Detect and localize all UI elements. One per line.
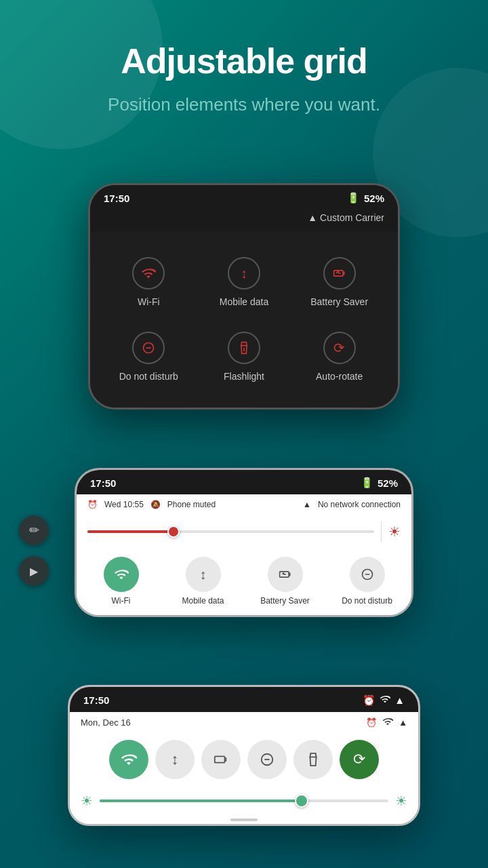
- play-button[interactable]: ▶: [19, 556, 49, 586]
- brightness-track-3[interactable]: [100, 800, 388, 802]
- p2-dnd-icon: [350, 557, 385, 592]
- alarm-icon-3b: ⏰: [366, 717, 377, 728]
- brightness-thumb-3[interactable]: [295, 794, 308, 808]
- p3-autorotate-icon: ⟳: [340, 740, 379, 779]
- p3-wifi-icon: [109, 740, 148, 779]
- quick-tiles-2: Wi-Fi ↕ Mobile data Battery Saver: [77, 549, 411, 615]
- status-bar-3: 17:50 ⏰ ▲: [70, 687, 418, 712]
- p3-mobile-icon: ↕: [155, 740, 195, 779]
- wifi-status-3: [382, 716, 393, 729]
- p2-dnd-label: Do not disturb: [342, 596, 392, 607]
- mobile-data-icon: ↕: [228, 257, 260, 290]
- p3-tile-autorotate[interactable]: ⟳: [340, 740, 379, 779]
- brightness-track-2[interactable]: [87, 530, 374, 533]
- tile-battery-saver[interactable]: Battery Saver: [291, 245, 387, 319]
- brightness-row-2: ☀: [77, 515, 411, 549]
- divider-2: [381, 521, 382, 542]
- phone-mockup-3: 17:50 ⏰ ▲ Mon, Dec 16 ⏰ ▲: [68, 685, 420, 826]
- status-bar-1: 17:50 🔋 52%: [90, 185, 398, 210]
- tile-dnd[interactable]: Do not disturb: [101, 319, 197, 394]
- wifi-icon: [132, 257, 165, 290]
- dnd-icon: [132, 332, 165, 364]
- alarm-icon-3: ⏰: [363, 694, 375, 707]
- phone-mockup-1: 17:50 🔋 52% ▲ Custom Carrier Wi-Fi ↕: [88, 183, 400, 410]
- p3-tile-battery[interactable]: [201, 740, 241, 779]
- battery-percent-1: 52%: [364, 193, 384, 204]
- tile-mobile-data[interactable]: ↕ Mobile data: [197, 245, 292, 319]
- p2-tile-mobile[interactable]: ↕ Mobile data: [164, 557, 242, 607]
- wifi-label: Wi-Fi: [138, 296, 160, 307]
- wifi-icon-3: [380, 694, 390, 707]
- status-icons-1: 🔋 52%: [347, 192, 384, 204]
- signal-icon-3: ▲: [394, 694, 405, 706]
- network-label: No network connection: [318, 500, 401, 509]
- mobile-data-label: Mobile data: [220, 296, 268, 307]
- auto-brightness-icon[interactable]: ☀: [388, 524, 401, 540]
- dnd-label: Do not disturb: [119, 371, 178, 382]
- p2-wifi-label: Wi-Fi: [112, 596, 131, 607]
- p3-tile-dnd[interactable]: [247, 740, 287, 779]
- signal-3: ▲: [399, 717, 407, 728]
- date-3: Mon, Dec 16: [81, 717, 131, 728]
- p2-mobile-label: Mobile data: [182, 596, 224, 607]
- page-title: Adjustable grid: [27, 41, 461, 81]
- p2-battery-label: Battery Saver: [260, 596, 310, 607]
- p3-battery-icon: [201, 740, 241, 779]
- autorotate-icon: ⟳: [323, 332, 356, 364]
- tile-flashlight[interactable]: Flashlight: [197, 319, 292, 394]
- status-bar-2: 17:50 🔋 52%: [77, 470, 411, 494]
- flashlight-label: Flashlight: [224, 371, 264, 382]
- phone-muted-label: Phone muted: [167, 500, 216, 509]
- quick-tiles-grid-1: Wi-Fi ↕ Mobile data Battery Saver: [90, 231, 398, 408]
- page-subtitle: Position elements where you want.: [27, 92, 461, 117]
- status-icons-2: 🔋 52%: [361, 477, 398, 489]
- edit-button[interactable]: ✏: [19, 515, 49, 545]
- p3-tile-wifi[interactable]: [109, 740, 148, 779]
- p2-battery-icon: [268, 557, 303, 592]
- brightness-fill-2: [87, 530, 174, 533]
- battery-saver-icon: [323, 257, 356, 290]
- p3-tile-flashlight[interactable]: [293, 740, 333, 779]
- p2-tile-dnd[interactable]: Do not disturb: [328, 557, 406, 607]
- autorotate-label: Auto-rotate: [316, 371, 363, 382]
- p2-tile-battery[interactable]: Battery Saver: [246, 557, 324, 607]
- p3-flashlight-icon: [293, 740, 333, 779]
- p3-dnd-icon: [247, 740, 287, 779]
- auto-brightness-icon-3[interactable]: ☀: [395, 793, 407, 809]
- phones-container: 17:50 🔋 52% ▲ Custom Carrier Wi-Fi ↕: [0, 183, 488, 868]
- time-2: 17:50: [90, 477, 116, 489]
- mute-icon: 🔕: [150, 500, 161, 509]
- time-1: 17:50: [104, 193, 129, 204]
- p3-tile-mobile[interactable]: ↕: [155, 740, 195, 779]
- datetime-2: Wed 10:55: [104, 500, 144, 509]
- brightness-thumb-2[interactable]: [167, 526, 180, 538]
- battery-icon-2: 🔋: [361, 477, 373, 489]
- svg-rect-13: [215, 756, 225, 762]
- brightness-icon-3: ☀: [81, 793, 93, 809]
- battery-icon-1: 🔋: [347, 192, 360, 204]
- p2-tile-wifi[interactable]: Wi-Fi: [82, 557, 160, 607]
- tile-autorotate[interactable]: ⟳ Auto-rotate: [291, 319, 387, 394]
- time-3: 17:50: [83, 694, 109, 706]
- carrier-name: Custom Carrier: [320, 212, 384, 223]
- battery-saver-label: Battery Saver: [310, 296, 368, 307]
- quick-tiles-3: ↕: [70, 733, 418, 786]
- flashlight-icon: [228, 332, 260, 364]
- brightness-fill-3: [100, 800, 302, 802]
- p2-wifi-icon: [104, 557, 139, 592]
- signal-icon-2: ▲: [303, 500, 311, 509]
- info-row-2: ⏰ Wed 10:55 🔕 Phone muted ▲ No network c…: [77, 494, 411, 515]
- status-icons-3: ⏰ ▲: [363, 694, 405, 707]
- phone-mockup-2: 17:50 🔋 52% ⏰ Wed 10:55 🔕 Phone muted ▲ …: [75, 468, 413, 617]
- info-row-3: Mon, Dec 16 ⏰ ▲: [70, 712, 418, 733]
- battery-percent-2: 52%: [378, 477, 398, 489]
- tile-wifi[interactable]: Wi-Fi: [101, 245, 197, 319]
- signal-icon: ▲: [308, 212, 317, 223]
- header: Adjustable grid Position elements where …: [0, 0, 488, 137]
- brightness-row-3: ☀ ☀: [70, 786, 418, 816]
- carrier-bar: ▲ Custom Carrier: [90, 210, 398, 231]
- alarm-icon: ⏰: [87, 500, 98, 509]
- p2-mobile-icon: ↕: [186, 557, 221, 592]
